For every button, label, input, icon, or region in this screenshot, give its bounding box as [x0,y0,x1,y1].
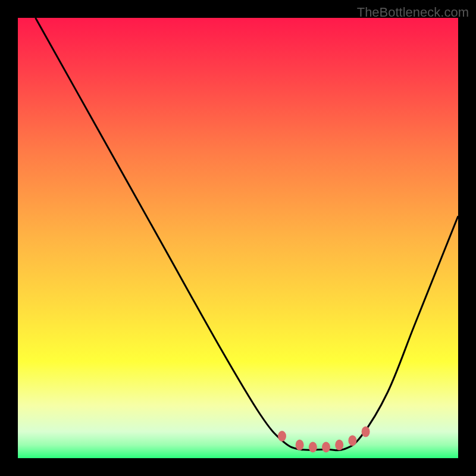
marker-dot [335,440,343,450]
chart-canvas [18,18,458,458]
marker-dot [362,427,370,437]
marker-dot [322,442,330,453]
marker-dot [309,442,317,453]
chart-svg [18,18,458,458]
marker-dot [348,435,356,446]
gradient-background [18,18,458,458]
marker-dot [296,440,304,450]
marker-dot [278,431,286,441]
watermark-text: TheBottleneck.com [357,5,469,20]
